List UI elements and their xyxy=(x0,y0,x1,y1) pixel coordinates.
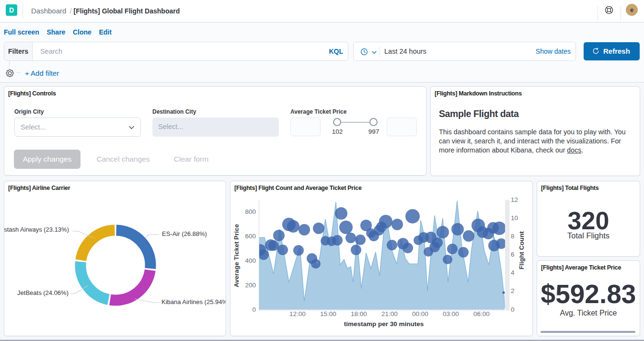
svg-text:03:00: 03:00 xyxy=(443,310,459,317)
svg-text:timestamp per 30 minutes: timestamp per 30 minutes xyxy=(344,320,424,328)
svg-text:12:00: 12:00 xyxy=(289,310,306,317)
svg-text:200: 200 xyxy=(245,282,256,289)
svg-text:21:00: 21:00 xyxy=(381,310,398,317)
svg-text:2: 2 xyxy=(511,287,515,294)
svg-text:12: 12 xyxy=(511,196,518,203)
svg-text:400: 400 xyxy=(245,257,256,264)
svg-text:800: 800 xyxy=(245,208,256,215)
svg-text:8: 8 xyxy=(511,233,515,240)
svg-text:0: 0 xyxy=(252,306,256,313)
svg-text:Average Ticket Price: Average Ticket Price xyxy=(233,223,240,287)
svg-text:Flight Count: Flight Count xyxy=(518,231,525,270)
svg-text:0: 0 xyxy=(511,306,515,313)
svg-text:10: 10 xyxy=(511,214,518,222)
svg-text:600: 600 xyxy=(245,233,256,240)
svg-text:stash Airways (23.13%): stash Airways (23.13%) xyxy=(4,226,69,233)
svg-text:ES-Air (26.88%): ES-Air (26.88%) xyxy=(162,230,207,237)
svg-text:JetBeats (24.06%): JetBeats (24.06%) xyxy=(17,289,69,296)
svg-text:6: 6 xyxy=(511,251,515,258)
svg-text:06:00: 06:00 xyxy=(473,310,490,317)
svg-text:18:00: 18:00 xyxy=(351,310,367,317)
svg-text:00:00: 00:00 xyxy=(412,310,428,317)
svg-text:15:00: 15:00 xyxy=(320,310,336,317)
svg-text:4: 4 xyxy=(511,269,515,276)
svg-text:Kibana Airlines (25.94%: Kibana Airlines (25.94% xyxy=(161,298,226,306)
